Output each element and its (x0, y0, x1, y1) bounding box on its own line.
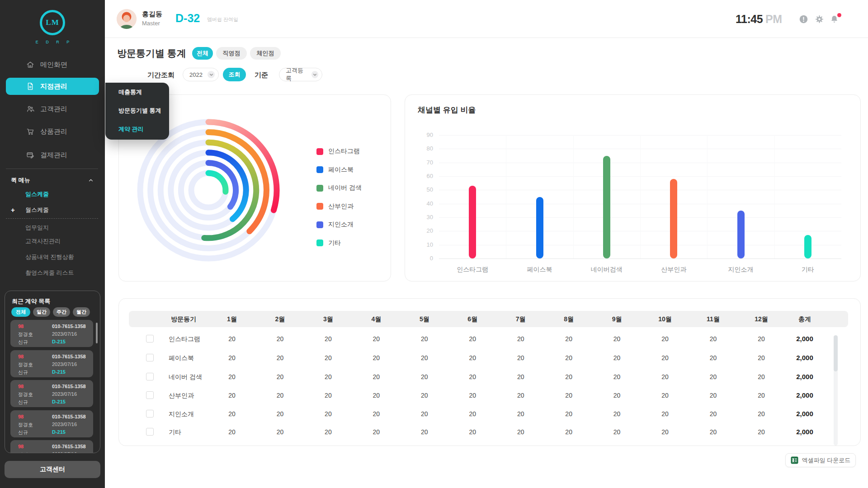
support-center-button[interactable]: 고객센터 (5, 461, 100, 478)
cell-value: 20 (325, 373, 332, 380)
home-icon (26, 60, 35, 69)
cell-value: 20 (277, 354, 284, 361)
row-label-obgyn: 산부인과 (169, 392, 194, 400)
cell-value: 20 (710, 428, 717, 436)
quick-menu-item-work-log[interactable]: 업무일지 (25, 224, 49, 232)
gridline-vertical (573, 135, 574, 258)
bar-facebook[interactable] (536, 197, 543, 259)
sidebar-item-customers[interactable]: 고객관리 (6, 100, 99, 117)
quick-menu-item-product-progress[interactable]: 상품내역 진행상황 (25, 253, 74, 261)
bar-etc[interactable] (804, 235, 811, 258)
sidebar-item-payments[interactable]: 결제관리 (6, 146, 99, 164)
membership-dday: D-32 (175, 12, 200, 25)
bar-obgyn[interactable] (670, 179, 677, 258)
sidebar-item-products[interactable]: 상품관리 (6, 123, 99, 140)
dropdown-item-contract-mgmt[interactable]: 계약 관리 (118, 125, 144, 133)
contract-phone: 010-7615-1358 (52, 384, 86, 389)
quick-menu-header[interactable]: 퀵 메뉴 (11, 176, 94, 184)
settings-gear-icon[interactable] (815, 14, 824, 24)
table-header-total: 총계 (798, 315, 811, 324)
gridline-vertical (707, 135, 708, 258)
dropdown-item-visit-stats[interactable]: 방문동기별 통계 (118, 107, 161, 115)
row-checkbox-obgyn[interactable] (146, 391, 154, 399)
chevron-up-icon[interactable] (88, 177, 94, 183)
plus-icon: + (11, 206, 15, 214)
info-icon[interactable] (799, 14, 808, 24)
user-name: 홍길동 (142, 10, 162, 19)
table-header-month-9: 9월 (612, 315, 622, 324)
customers-icon (26, 104, 35, 113)
cell-value: 20 (277, 392, 284, 399)
cell-value: 20 (710, 354, 717, 361)
quick-menu-item-day-schedule[interactable]: 일스케줄 (25, 190, 49, 198)
row-label-referral: 지인소개 (169, 410, 194, 418)
cell-value: 20 (613, 354, 621, 361)
notification-badge-dot (837, 13, 841, 17)
row-total-facebook: 2,000 (796, 354, 813, 361)
contract-tab-1[interactable]: 일간 (33, 307, 50, 317)
row-checkbox-etc[interactable] (146, 428, 154, 436)
contract-name: 정경호 (18, 422, 33, 428)
y-axis-tick-label: 10 (405, 241, 433, 248)
row-checkbox-naver-search[interactable] (146, 373, 154, 380)
quick-menu-item-month-schedule[interactable]: 월스케줄 (25, 206, 49, 214)
table-header-month-3: 3월 (323, 315, 333, 324)
membership-dday-label: 멤버쉽 잔여일 (207, 16, 238, 23)
search-button[interactable]: 조회 (223, 68, 246, 81)
dropdown-item-sales-stats[interactable]: 매출통계 (118, 88, 142, 96)
contract-card[interactable]: 98010-7615-1358정경호2023/07/16신규D-215 (10, 380, 93, 407)
cell-value: 20 (613, 373, 621, 380)
contract-list-scrollbar[interactable] (96, 323, 98, 343)
clock-time: 11:45 (736, 13, 763, 25)
bar-instagram[interactable] (469, 186, 476, 258)
year-select[interactable]: 2022 (183, 68, 219, 81)
x-axis-category-label: 기타 (774, 266, 841, 274)
sidebar-item-branch[interactable]: 지점관리 (6, 78, 99, 95)
page-tab-2[interactable]: 체인점 (250, 47, 281, 60)
y-axis-tick-label: 90 (405, 131, 433, 138)
table-header-month-1: 1월 (227, 315, 237, 324)
cell-value: 20 (758, 354, 765, 361)
basis-select[interactable]: 고객등록 (279, 68, 322, 81)
cart-icon (26, 127, 35, 136)
bar-chart-card: 채널별 유입 비율 0102030405060708090인스타그램페이스북네이… (405, 94, 861, 282)
bar-naver-search[interactable] (603, 156, 610, 259)
sidebar-item-label: 상품관리 (40, 127, 67, 136)
quick-menu-item-shooting-list[interactable]: 촬영스케줄 리스트 (25, 269, 74, 277)
contract-card[interactable]: 98010-7615-1358정경호2023/07/16신규D-215 (10, 350, 93, 377)
contract-tab-0[interactable]: 전체 (11, 307, 30, 317)
contract-tab-2[interactable]: 주간 (53, 307, 70, 317)
contract-status: 신규 (18, 429, 28, 436)
cell-value: 20 (517, 428, 524, 436)
cell-value: 20 (469, 373, 476, 380)
basis-filter-label: 기준 (255, 71, 268, 80)
cell-value: 20 (277, 373, 284, 380)
page-tab-1[interactable]: 직영점 (216, 47, 247, 60)
row-checkbox-facebook[interactable] (146, 354, 154, 361)
contract-card[interactable]: 98010-7615-1358정경호2023/07/16신규D-215 (10, 440, 93, 453)
contract-status: 신규 (18, 339, 28, 346)
page-tab-0[interactable]: 전체 (192, 47, 213, 60)
cell-value: 20 (517, 354, 524, 361)
y-axis-tick-label: 80 (405, 145, 433, 152)
sidebar-item-home[interactable]: 메인화면 (6, 56, 99, 73)
quick-menu-item-customer-photos[interactable]: 고객사진관리 (25, 237, 61, 245)
app-root: LM E D R P 메인화면지점관리고객관리상품관리결제관리 퀵 메뉴 최근 … (0, 0, 868, 488)
row-checkbox-referral[interactable] (146, 410, 154, 418)
table-header-visit-motive: 방문동기 (171, 315, 196, 324)
row-total-etc: 2,000 (796, 428, 813, 436)
cell-value: 20 (758, 410, 765, 418)
bar-referral[interactable] (737, 211, 745, 258)
row-checkbox-instagram[interactable] (146, 335, 154, 343)
cell-value: 20 (661, 354, 669, 361)
avatar[interactable] (117, 9, 137, 29)
contract-dday: D-215 (52, 399, 66, 404)
contract-card[interactable]: 98010-7615-1358정경호2023/07/16신규D-215 (10, 410, 93, 437)
legend-swatch (316, 221, 323, 228)
excel-download-button[interactable]: 엑셀파일 다운로드 (785, 453, 856, 467)
y-axis-tick-label: 40 (405, 200, 433, 207)
table-scrollbar-thumb[interactable] (834, 335, 838, 371)
contract-tab-3[interactable]: 월간 (73, 307, 90, 317)
contract-card[interactable]: 98010-7615-1358정경호2023/07/16신규D-215 (10, 320, 93, 347)
contract-badge-count: 98 (18, 414, 24, 419)
